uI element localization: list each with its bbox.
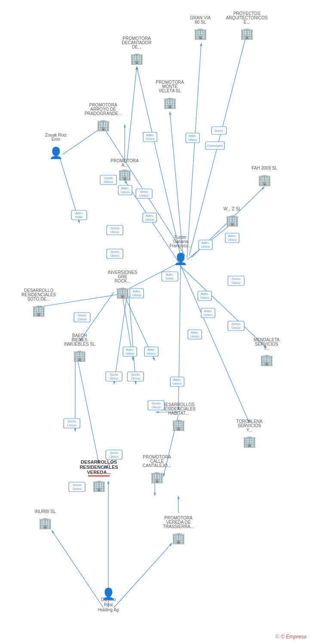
badge-text-adm-unico-mid-right2: Unico [145, 218, 154, 222]
icon-torcalena: 🏢 [242, 434, 257, 448]
badge-text-socio-unico-pa: Socio [104, 176, 113, 180]
badge-text-socio-unico-ll2: Socio [131, 373, 140, 377]
badge-text-adm-unico-lcl2: Unico [126, 352, 135, 355]
icon-gran-via: 🏢 [193, 27, 208, 40]
badge-text-socio-unico-ll1: Socio [110, 373, 119, 377]
badge-text-socio-unico-ll: Socio [110, 226, 120, 230]
icon-soto: 🏢 [32, 304, 46, 317]
label-monte-veleta3: VELETA SL [159, 88, 181, 93]
label-mendaleta3: Y... [264, 346, 270, 351]
badge-text-socio-unico-inurbi2: Único [73, 487, 82, 491]
icon-fah: 🏢 [258, 173, 272, 187]
badge-text-socio-unico-ru: Socio [232, 277, 241, 281]
badge-text-socio-unico-lll2: Único [110, 254, 120, 258]
label-promotora-vereda3: TRASSIERRA... [163, 524, 194, 529]
badge-text-adm-unico-cl2: Unico [190, 334, 199, 338]
label-wz: W... Z SL [223, 207, 241, 211]
badge-text-socio-unico-vereda2: Único [110, 455, 119, 459]
icon-arroyo: 🏢 [96, 118, 110, 132]
label-inversiones3: ROCK... [114, 279, 130, 283]
label-vereda: DESARROLLOS [81, 459, 117, 465]
icon-mendaleta: 🏢 [260, 353, 274, 367]
brand-name: © Empresa [281, 634, 307, 640]
badge-text-adm-unico-rcl2: Unico [204, 313, 213, 317]
svg-line-24 [114, 296, 127, 384]
label-fuster3: Francisco... [169, 243, 192, 248]
label-inurbi: INURBI SL [35, 509, 56, 514]
icon-baech: 🏢 [73, 349, 87, 362]
icon-promotora-decantador: 🏢 [130, 52, 144, 65]
badge-text-socio-unico-baech: Socio [68, 419, 77, 423]
svg-line-27 [77, 358, 99, 464]
badge-text-adm-unico-rc2: Único [200, 296, 209, 300]
label-soto3: SOTO DE... [27, 297, 50, 301]
badge-text-adm-unico-rcl: Adm. [204, 309, 212, 313]
icon-calle: 🏢 [150, 470, 164, 484]
badge-text-adm-unico-1: Adm. [146, 133, 154, 137]
badge-text-adm-unico-rcl2-b: Unico [147, 352, 156, 355]
badge-text-adm-unico-1b: Único [146, 137, 155, 141]
label-baech3: INMUEBLES SL [64, 342, 95, 346]
badge-text-adm-unico-wz2: Único [228, 238, 237, 242]
badge-text-socio-unico-ru2: Único [232, 281, 241, 285]
icon-camino-real: 👤 [101, 587, 116, 601]
icon-monte-veleta: 🏢 [163, 96, 177, 109]
badge-text-socio-unico-habitat: Socio [152, 401, 161, 405]
label-fah: FAH 2009 SL [252, 166, 277, 170]
badge-text-adm-unico-wz: Adm. [228, 234, 236, 238]
badge-text-socio-unico-pa2: Único [104, 180, 113, 184]
label-vereda2: RESIDENCIALES [80, 465, 118, 470]
badge-text-socio: Socio [215, 129, 224, 133]
badge-text-socio-unico-lll: Socio [110, 250, 120, 254]
badge-text-adm-unico-cl: Adm. [191, 331, 199, 334]
label-promotora-a2: A... [121, 163, 128, 167]
icon-zouak: 👤 [49, 146, 63, 160]
label-proyectos3: E... [243, 20, 250, 24]
badge-text-adm-unico-mid-right: Adm. [146, 214, 154, 218]
badge-text-adm-unico-habitat: Adm. [173, 378, 181, 382]
icon-inversiones: 🏢 [116, 286, 130, 299]
badge-text-adm-solid-left: Adm. [75, 211, 83, 215]
icon-promotora-vereda: 🏢 [172, 531, 186, 545]
badge-text-socio-unico-inurbi: Socio [73, 483, 82, 487]
badge-text-adm-unico-fuster2: Único [201, 245, 210, 249]
badge-text-adm-unico-pa-lower: Adm. [121, 186, 129, 190]
badge-text-socio-unico-vereda: Socio [110, 451, 119, 455]
badge-text-socio-unico-soto2: Único [78, 317, 87, 321]
badge-text-socio-unico-ll2: Único [110, 230, 120, 234]
svg-line-16 [181, 265, 249, 423]
icon-proyectos: 🏢 [240, 27, 254, 40]
badge-text-adm-unico-inv2: Único [132, 293, 141, 297]
badge-text-adm-unico-2: Adm. [189, 134, 197, 138]
badge-text-socio-unico-ll2b: Único [131, 377, 140, 380]
badge-text-adm-unico-rc: Adm. [201, 292, 209, 296]
badge-text-adm-unico-habitat2: Unico [173, 382, 182, 386]
badge-text-socio-unico-baech2: Único [68, 423, 77, 427]
svg-line-33 [127, 67, 137, 162]
label-arroyo3: PRADOGRANDE... [85, 111, 122, 116]
badge-text-socio-unico-rl: Socio [232, 322, 241, 326]
svg-line-3 [52, 530, 103, 608]
svg-line-9 [187, 43, 201, 258]
badge-text-socio-unico-mid2: Único [140, 194, 149, 197]
svg-line-7 [170, 112, 183, 253]
badge-text-adm-solid-left2: Solid. [75, 215, 83, 219]
badge-text-adm-solid-fuster2: Solid. [166, 276, 174, 280]
label-zouak2: Emir [52, 137, 61, 142]
label-habitat3: HABITAT... [168, 411, 189, 416]
badge-text-socio-unico-ll1b: Único [110, 377, 119, 380]
label-promotora-decantador3: DE... [132, 45, 141, 49]
label-gran-via2: 60 SL [195, 20, 206, 24]
icon-fuster: 👤 [174, 252, 188, 266]
svg-line-6 [137, 67, 181, 255]
icon-wz: 🏢 [225, 213, 239, 227]
badge-text-adm-unico-2b: Único [188, 138, 197, 142]
icon-inurbi: 🏢 [38, 516, 52, 530]
icon-vereda: 🏢 [92, 479, 106, 492]
badge-text-adm-unico-fuster: Adm. [202, 241, 210, 245]
badge-text-adm-unico-rcl2-t: Adm. [147, 348, 156, 352]
badge-text-adm-unico-pa-lower2: Único [121, 190, 130, 194]
svg-line-4 [114, 543, 172, 608]
badge-text-socio-unico-rl2: Único [232, 326, 241, 330]
badge-text-socio-unico-mid: Socio [140, 190, 149, 194]
